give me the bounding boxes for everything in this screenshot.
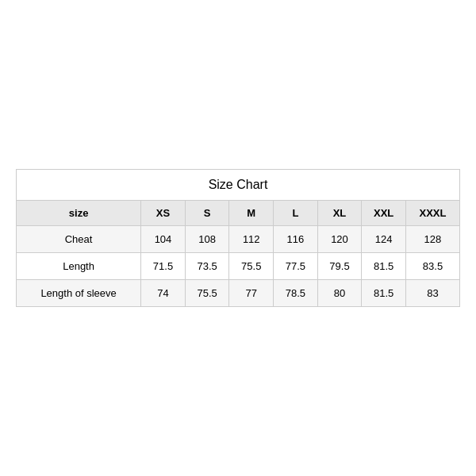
cell-2-1: 75.5 <box>185 280 229 307</box>
cell-1-1: 73.5 <box>185 253 229 280</box>
cell-1-0: 71.5 <box>141 253 186 280</box>
chart-title: Size Chart <box>17 170 459 201</box>
cell-1-3: 77.5 <box>274 253 318 280</box>
row-label-0: Cheat <box>17 226 141 253</box>
header-col-7: XXXL <box>405 201 459 226</box>
cell-1-6: 83.5 <box>405 253 459 280</box>
cell-2-0: 74 <box>141 280 186 307</box>
table-row: Cheat104108112116120124128 <box>17 226 459 253</box>
cell-0-6: 128 <box>405 226 459 253</box>
size-chart-table: sizeXSSMLXLXXLXXXL Cheat1041081121161201… <box>17 201 459 306</box>
cell-0-3: 116 <box>274 226 318 253</box>
cell-0-5: 124 <box>362 226 406 253</box>
table-body: Cheat104108112116120124128Length71.573.5… <box>17 226 459 307</box>
header-col-4: L <box>274 201 318 226</box>
header-col-2: S <box>185 201 229 226</box>
header-col-0: size <box>17 201 141 226</box>
table-row: Length71.573.575.577.579.581.583.5 <box>17 253 459 280</box>
cell-2-4: 80 <box>317 280 362 307</box>
cell-2-2: 77 <box>229 280 274 307</box>
cell-1-4: 79.5 <box>317 253 362 280</box>
cell-2-5: 81.5 <box>362 280 406 307</box>
cell-0-1: 108 <box>185 226 229 253</box>
table-header-row: sizeXSSMLXLXXLXXXL <box>17 201 459 226</box>
cell-2-3: 78.5 <box>274 280 318 307</box>
cell-1-2: 75.5 <box>229 253 274 280</box>
row-label-2: Length of sleeve <box>17 280 141 307</box>
cell-0-4: 120 <box>317 226 362 253</box>
header-col-5: XL <box>317 201 362 226</box>
size-chart-container: Size Chart sizeXSSMLXLXXLXXXL Cheat10410… <box>16 169 460 307</box>
header-col-3: M <box>229 201 274 226</box>
cell-0-0: 104 <box>141 226 186 253</box>
table-row: Length of sleeve7475.57778.58081.583 <box>17 280 459 307</box>
cell-2-6: 83 <box>405 280 459 307</box>
header-col-6: XXL <box>362 201 406 226</box>
cell-0-2: 112 <box>229 226 274 253</box>
header-col-1: XS <box>141 201 186 226</box>
row-label-1: Length <box>17 253 141 280</box>
cell-1-5: 81.5 <box>362 253 406 280</box>
